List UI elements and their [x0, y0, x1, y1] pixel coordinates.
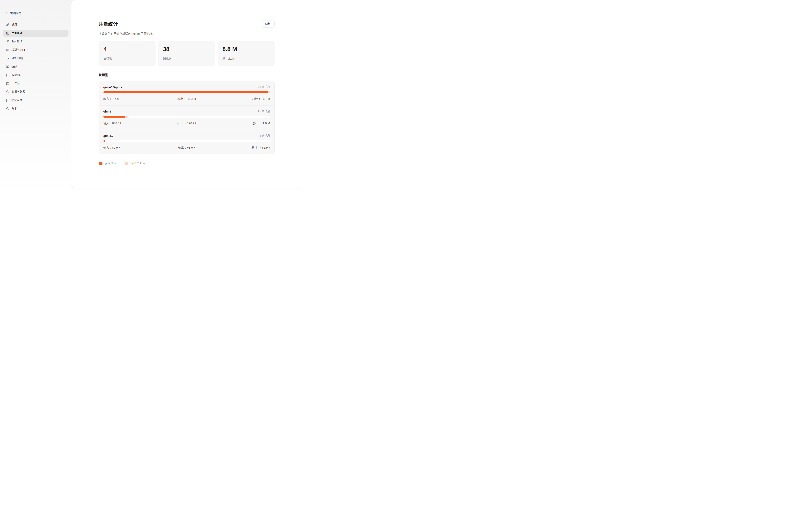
total-stat: 总计：~1.0 M [214, 121, 270, 125]
model-message-count: 25 条消息 [258, 109, 270, 113]
input-stat: 输入：82.9 k [103, 146, 159, 150]
pencil-icon [6, 23, 9, 26]
model-row-glm-47: glm-4.7 1 条消息 输入：82.9 k 输出：~3.0 k 总计：~85… [99, 130, 274, 154]
back-label: 返回应用 [10, 11, 21, 15]
legend-item-input: 输入 Token [99, 161, 119, 165]
model-name: qwen3.5-plus [103, 85, 122, 89]
sidebar-nav: 通用 用量统计 积分详情 模型与 API [3, 21, 69, 112]
sidebar-item-skills[interactable]: 技能 [3, 63, 69, 70]
cpu-icon [6, 48, 9, 52]
feedback-icon [6, 99, 9, 102]
info-icon [6, 107, 9, 110]
sidebar-item-label: 积分详情 [11, 40, 22, 43]
coins-icon [6, 40, 9, 43]
folder-icon [6, 82, 9, 85]
model-name: glm-5 [103, 110, 111, 113]
input-stat: 输入：7.6 M [103, 97, 159, 101]
stat-card-messages: 38 消息数 [158, 41, 215, 66]
sidebar-item-credits[interactable]: 积分详情 [3, 38, 69, 45]
output-stat: 输出：~120.2 k [159, 121, 214, 125]
output-stat: 输出：~3.0 k [159, 146, 214, 150]
sidebar-item-label: 关于 [11, 107, 17, 110]
stat-label: 会话数 [103, 57, 151, 61]
input-token-segment [103, 140, 105, 142]
stat-value: 38 [163, 46, 210, 53]
shield-icon [6, 90, 9, 94]
sidebar-item-label: 用量统计 [11, 31, 22, 35]
sidebar: 返回应用 通用 用量统计 积分详情 [0, 0, 71, 191]
sidebar-item-label: 技能 [11, 65, 17, 69]
back-to-app-button[interactable]: 返回应用 [3, 11, 69, 15]
legend-label: 输出 Token [131, 161, 145, 165]
sidebar-item-label: 通用 [11, 23, 17, 26]
sidebar-item-mcp[interactable]: MCP 服务 [3, 55, 69, 62]
plug-icon [6, 57, 9, 60]
sidebar-item-general[interactable]: 通用 [3, 21, 69, 28]
sidebar-item-label: 模型与 API [11, 48, 25, 52]
stat-card-sessions: 4 会话数 [99, 41, 156, 66]
sidebar-item-label: 提交反馈 [11, 98, 22, 102]
stat-label: 总 Token [222, 57, 270, 61]
total-stat: 总计：~7.7 M [214, 97, 270, 101]
refresh-button[interactable]: 刷新 [261, 20, 275, 28]
page-title: 用量统计 [99, 21, 118, 27]
model-name: glm-4.7 [103, 134, 114, 138]
legend-label: 输入 Token [105, 161, 119, 165]
total-stat: 总计：~85.9 k [214, 146, 270, 150]
sidebar-item-models-api[interactable]: 模型与 API [3, 47, 69, 54]
sidebar-item-feedback[interactable]: 提交反馈 [3, 97, 69, 104]
model-usage-card: qwen3.5-plus 12 条消息 输入：7.6 M 输出：~80.4 k … [99, 81, 275, 154]
input-stat: 输入：896.8 k [103, 121, 159, 125]
book-open-icon [6, 65, 9, 69]
model-row-qwen35-plus: qwen3.5-plus 12 条消息 输入：7.6 M 输出：~80.4 k … [99, 81, 274, 105]
sidebar-item-usage-stats[interactable]: 用量统计 [3, 30, 69, 37]
stat-value: 4 [103, 46, 151, 53]
stats-row: 4 会话数 38 消息数 8.8 M 总 Token [99, 41, 275, 66]
settings-window: 返回应用 通用 用量统计 积分详情 [0, 0, 302, 191]
arrow-left-icon [5, 11, 8, 15]
stat-value: 8.8 M [222, 46, 270, 53]
sidebar-item-workspace[interactable]: 工作区 [3, 80, 69, 87]
sidebar-item-data-privacy[interactable]: 数据与隐私 [3, 88, 69, 95]
main-panel: 用量统计 刷新 本设备所有已保存对话的 Token 用量汇总。 4 会话数 38… [71, 0, 302, 189]
input-token-swatch [99, 162, 102, 165]
model-message-count: 12 条消息 [258, 85, 270, 89]
token-usage-bar [103, 116, 270, 117]
sidebar-item-about[interactable]: 关于 [3, 105, 69, 112]
chat-bubble-icon [6, 74, 9, 77]
bar-chart-icon [6, 31, 9, 35]
legend: 输入 Token 输出 Token [99, 161, 275, 165]
output-token-swatch [125, 162, 128, 165]
stat-label: 消息数 [163, 57, 210, 61]
model-row-glm-5: glm-5 25 条消息 输入：896.8 k 输出：~120.2 k 总计：~… [99, 105, 274, 130]
token-usage-bar [103, 140, 270, 142]
output-token-segment [268, 91, 270, 93]
sidebar-item-label: MCP 服务 [11, 57, 24, 60]
token-usage-bar [103, 91, 270, 93]
sidebar-item-label: 数据与隐私 [11, 90, 25, 94]
sidebar-item-label: IM 频道 [11, 73, 21, 77]
page-description: 本设备所有已保存对话的 Token 用量汇总。 [99, 32, 275, 36]
output-stat: 输出：~80.4 k [159, 97, 214, 101]
sidebar-item-im-channels[interactable]: IM 频道 [3, 72, 69, 79]
output-token-segment [125, 116, 128, 117]
input-token-segment [103, 91, 268, 93]
sidebar-item-label: 工作区 [11, 82, 20, 85]
input-token-segment [103, 116, 125, 117]
legend-item-output: 输出 Token [125, 161, 145, 165]
stat-card-total-tokens: 8.8 M 总 Token [218, 41, 275, 66]
by-model-heading: 按模型 [99, 73, 275, 77]
model-message-count: 1 条消息 [260, 134, 270, 138]
